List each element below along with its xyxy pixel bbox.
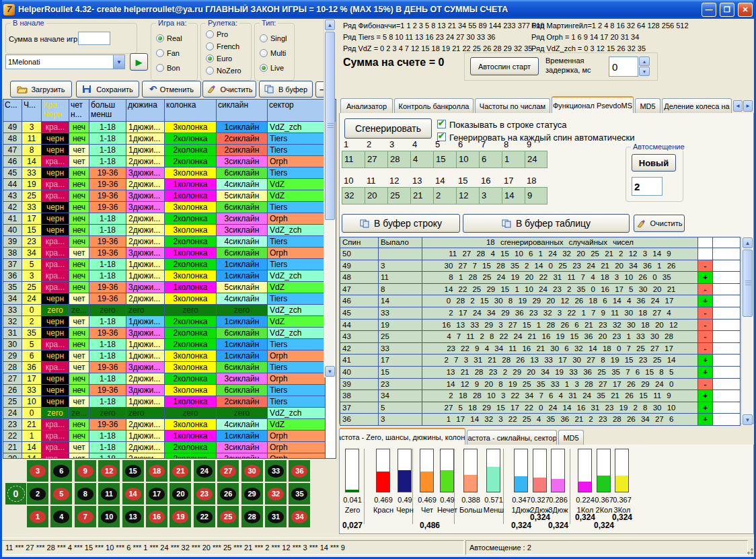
tab-analyzer[interactable]: Анализатор <box>340 98 393 113</box>
table-row[interactable]: 47814 22 25 29 15 1 10 24 23 2 35 0 16 1… <box>340 284 740 296</box>
roulette-cell-29[interactable]: 29 <box>241 483 263 505</box>
table-row[interactable]: 4533черннеч19-363дюжи...3колонка6сиклайн… <box>3 167 336 179</box>
table-row[interactable]: 2510чернчет1-181дюжи...1колонка2сиклайнT… <box>3 396 336 408</box>
roulette-cell-35[interactable]: 35 <box>289 483 310 505</box>
table-row[interactable]: 49330 27 7 15 28 35 2 14 0 25 23 24 21 2… <box>340 260 740 272</box>
roulette-cell-28[interactable]: 28 <box>241 506 263 527</box>
roulette-cell-24[interactable]: 24 <box>194 460 215 482</box>
table-row[interactable]: 2717черннеч1-182дюжи...2колонка3сиклайнO… <box>3 373 336 385</box>
spin-up-icon[interactable]: ▲ <box>639 57 650 66</box>
scroll-down-icon[interactable]: ▼ <box>743 414 753 425</box>
roulette-cell-8[interactable]: 8 <box>75 483 96 505</box>
roulette-cell-3[interactable]: 3 <box>27 460 48 482</box>
scroll-down-icon[interactable]: ▼ <box>325 366 335 377</box>
autospin-start-button[interactable]: Автоспин старт <box>470 57 539 75</box>
undo-button[interactable]: ↶ Отменить <box>142 81 201 98</box>
maximize-button[interactable]: ❐ <box>720 3 734 17</box>
tab-number-freq[interactable]: Частоты по числам <box>475 98 550 113</box>
roulette-cell-27[interactable]: 27 <box>217 460 239 482</box>
table-row[interactable]: 3525кра...неч19-363дюжи...1колонка5сикла… <box>3 282 336 293</box>
scrollbar-thumb[interactable] <box>325 32 335 220</box>
table-row[interactable]: 305кра...неч1-181дюжи...2колонка1сиклайн… <box>3 339 336 350</box>
delay-input[interactable] <box>609 57 638 77</box>
table-row[interactable]: 45332 17 24 34 29 36 23 32 3 22 1 7 9 11… <box>340 307 740 320</box>
minimize-button[interactable]: — <box>702 3 716 17</box>
roulette-cell-12[interactable]: 12 <box>98 460 120 482</box>
table-row[interactable]: 38342 18 28 10 3 22 34 7 6 4 31 24 35 21… <box>340 390 740 402</box>
table-row[interactable]: 375кра...неч1-181дюжи...2колонка1сиклайн… <box>3 259 336 270</box>
table-row[interactable]: 423323 22 9 4 34 11 16 21 30 6 32 14 18 … <box>340 343 740 355</box>
tab-psevdoms[interactable]: Функционал PsevdoMS <box>552 96 634 113</box>
tab-md5[interactable]: MD5 <box>635 98 660 113</box>
scroll-up-icon[interactable]: ▲ <box>325 20 335 30</box>
radio-french[interactable]: French <box>206 42 239 50</box>
radio-multi[interactable]: Multi <box>260 49 286 57</box>
table-row[interactable]: 2836кра...чет19-363дюжи...3колонка6сикла… <box>3 362 336 373</box>
roulette-cell-22[interactable]: 22 <box>194 506 215 527</box>
scrollbar-thumb[interactable] <box>743 250 753 317</box>
radio-euro[interactable]: Euro <box>206 54 232 63</box>
copy-buffer-button[interactable]: В буфер <box>259 81 313 98</box>
table-row[interactable]: 3923кра...неч19-362дюжи...2колонка4сикла… <box>3 236 336 248</box>
tab-bankroll[interactable]: Контроль банкролла <box>394 98 474 113</box>
table-row[interactable]: 46140 28 2 15 30 8 19 29 20 12 26 18 6 1… <box>340 295 740 307</box>
table-row[interactable]: 401513 21 28 23 2 29 20 34 19 33 36 25 3… <box>340 367 740 379</box>
table-row[interactable]: 478чернчет1-181дюжи...2колонка2сиклайнTi… <box>3 145 336 156</box>
radio-pro[interactable]: Pro <box>206 30 228 38</box>
table-row[interactable]: 4811черннеч1-181дюжи...2колонка2сиклайнT… <box>3 133 336 145</box>
table-row[interactable]: 330zeroze...zerozerozerozeroVdZ_zch <box>3 305 336 316</box>
radio-singl[interactable]: Singl <box>260 34 287 42</box>
roulette-cell-11[interactable]: 11 <box>98 483 120 505</box>
spin-history-scrollbar[interactable]: ▲ ▼ <box>324 19 335 377</box>
autoshift-new-button[interactable]: Новый <box>632 154 676 172</box>
roulette-cell-7[interactable]: 7 <box>75 506 96 527</box>
generated-table-scrollbar[interactable]: ▲ ▼ <box>741 237 753 426</box>
roulette-cell-23[interactable]: 23 <box>194 483 215 505</box>
radio-bon[interactable]: Bon <box>156 64 180 72</box>
roulette-cell-5[interactable]: 5 <box>50 483 72 505</box>
table-row[interactable]: 322чернчет1-181дюжи...2колонка1сиклайнVd… <box>3 316 336 328</box>
clear-button[interactable]: Очистить <box>202 81 256 98</box>
tab-wheel-division[interactable]: Деление колеса на <box>662 98 732 113</box>
roulette-cell-10[interactable]: 10 <box>98 506 120 527</box>
table-row[interactable]: 493кра...неч1-181дюжи...3колонка1сиклайн… <box>3 122 336 133</box>
roulette-cell-20[interactable]: 20 <box>169 483 191 505</box>
table-row[interactable]: 441916 13 33 29 3 27 15 1 28 26 6 21 23 … <box>340 320 740 332</box>
roulette-cell-13[interactable]: 13 <box>122 506 144 527</box>
table-row[interactable]: 221кра...неч1-181дюжи...1колонка1сиклайн… <box>3 431 336 442</box>
radio-nozero[interactable]: NoZero <box>206 67 241 75</box>
table-row[interactable]: 2114кра...чет1-182дюжи...2колонка3сиклай… <box>3 442 336 453</box>
roulette-cell-25[interactable]: 25 <box>217 506 239 527</box>
roulette-cell-6[interactable]: 6 <box>50 460 72 482</box>
table-row[interactable]: 4325кра...неч19-363дюжи...1колонка5сикла… <box>3 190 336 202</box>
roulette-cell-0[interactable]: 0 <box>5 483 26 505</box>
autoshift-input[interactable] <box>632 177 663 196</box>
radio-fan[interactable]: Fan <box>156 49 180 57</box>
table-row[interactable]: 363кра...неч1-181дюжи...3колонка1сиклайн… <box>3 270 336 282</box>
game-combobox[interactable]: 1Melonati ▼ <box>5 54 125 69</box>
table-row[interactable]: 296чернчет1-181дюжи...3колонка1сиклайнOr… <box>3 350 336 362</box>
roulette-cell-14[interactable]: 14 <box>122 483 144 505</box>
radio-real[interactable]: Real <box>156 34 182 42</box>
roulette-cell-21[interactable]: 21 <box>169 460 191 482</box>
tab-freq-md5[interactable]: MD5 <box>558 430 584 445</box>
tab-freq-sixlines[interactable]: Частота - сиклайны, сектора <box>467 430 557 445</box>
table-row[interactable]: 3834кра...чет19-363дюжи...1колонка6сикла… <box>3 248 336 259</box>
clear-generator-button[interactable]: Очистить <box>634 215 685 232</box>
table-row[interactable]: 43254 7 11 2 8 22 24 21 16 19 15 36 20 2… <box>340 331 740 343</box>
table-row[interactable]: 3631 17 14 32 3 22 25 4 35 36 21 2 23 28… <box>340 414 740 426</box>
table-row[interactable]: 37527 5 18 29 15 17 22 0 24 14 16 31 23 … <box>340 402 740 414</box>
roulette-cell-30[interactable]: 30 <box>241 460 263 482</box>
scroll-up-icon[interactable]: ▲ <box>743 237 753 248</box>
roulette-cell-1[interactable]: 1 <box>27 506 48 527</box>
table-row[interactable]: 2633черннеч19-363дюжи...3колонка6сиклайн… <box>3 385 336 396</box>
generate-button[interactable]: Сгенерировать <box>344 118 432 139</box>
table-row[interactable]: 3424чернчет19-362дюжи...3колонка4сиклайн… <box>3 293 336 305</box>
tab-scroll-left-icon[interactable]: ◄ <box>733 100 743 112</box>
roulette-cell-15[interactable]: 15 <box>122 460 144 482</box>
radio-live[interactable]: Live <box>260 64 284 72</box>
roulette-cell-16[interactable]: 16 <box>146 506 167 527</box>
save-button[interactable]: Сохранить <box>76 81 139 98</box>
roulette-cell-26[interactable]: 26 <box>217 483 239 505</box>
copy-table-button[interactable]: В буфер таблицу <box>463 214 630 233</box>
